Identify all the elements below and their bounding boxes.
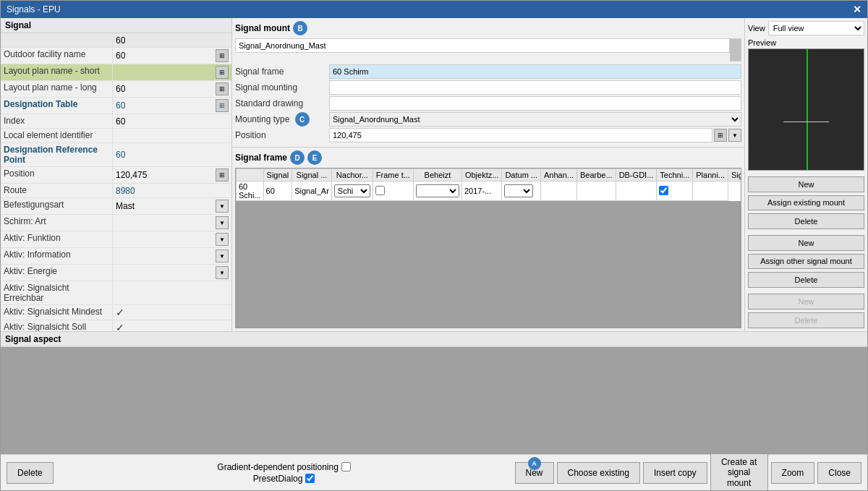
col-header-beheizt: Beheizt	[413, 169, 461, 182]
signal-table[interactable]: 60 Outdoor facility name 60 ⊞	[1, 33, 231, 331]
table-row: 60 Schi... 60 Signal_Ar Schi	[237, 182, 742, 201]
delete-aspect-button[interactable]: Delete	[748, 312, 864, 328]
signal-mount-section: Signal mount B	[232, 18, 744, 148]
position-dropdown-icon[interactable]: ▼	[728, 129, 741, 142]
assign-existing-mount-button[interactable]: Assign existing mount	[748, 195, 864, 210]
list-item: Schirm: Art ▼	[1, 215, 231, 231]
preview-horizontal-line	[783, 121, 830, 122]
col-header-bearbe: Bearbe...	[577, 169, 616, 182]
standard-drawing-input[interactable]	[329, 96, 741, 111]
planni-checkbox[interactable]	[659, 186, 668, 195]
zoom-button[interactable]: Zoom	[771, 462, 815, 484]
close-icon[interactable]: ✕	[853, 4, 861, 15]
list-item: Aktiv: Funktion ▼	[1, 231, 231, 248]
delete-signal-button[interactable]: Delete	[748, 272, 864, 288]
objekt-select[interactable]	[416, 184, 459, 197]
preview-vertical-line	[807, 49, 808, 170]
aspect-buttons-group: New Delete	[748, 294, 864, 328]
position-input[interactable]	[329, 128, 712, 142]
signal-row-header: 60	[1, 33, 231, 48]
insert-copy-button[interactable]: Insert copy	[643, 462, 707, 484]
dropdown-icon[interactable]: ▼	[216, 216, 229, 229]
dropdown-icon[interactable]: ▼	[216, 266, 229, 279]
right-panel: View Full view Top view Side view Previe…	[744, 18, 867, 331]
gradient-checkbox[interactable]	[341, 462, 351, 471]
signal-frame-section: Signal frame D E Signal Signal ... N	[232, 148, 744, 331]
assign-other-button[interactable]: Assign other signal mount	[748, 254, 864, 269]
bottom-left: Delete	[7, 462, 54, 484]
delete-mount-button[interactable]: Delete	[748, 213, 864, 229]
standard-drawing-row: Standard drawing	[235, 96, 741, 111]
frame-select-schi[interactable]: Schi	[334, 184, 370, 197]
mount-top-field[interactable]	[235, 38, 730, 53]
bottom-right: New A Choose existing Insert copy Create…	[515, 453, 861, 490]
choose-existing-button[interactable]: Choose existing	[557, 462, 640, 484]
position-row: Position ⊞ ▼	[235, 128, 741, 142]
col-header-nachor: Nachor...	[331, 169, 373, 182]
frame-table-container[interactable]: Signal Signal ... Nachor... Frame t... B…	[235, 168, 741, 328]
create-at-mount-button[interactable]: Create at signal mount	[710, 453, 768, 490]
list-item: Index 60	[1, 114, 231, 129]
col-header-anhan: Anhan...	[541, 169, 577, 182]
mounting-type-row: Mounting type C Signal_Anordnung_Mast	[235, 112, 741, 127]
preset-checkbox[interactable]	[305, 474, 315, 483]
calc-button[interactable]: ⊞	[216, 66, 229, 79]
badge-b: B	[293, 21, 307, 35]
calc-button[interactable]: ⊞	[216, 99, 229, 112]
calc-button[interactable]: ⊞	[216, 49, 229, 62]
delete-button[interactable]: Delete	[7, 462, 54, 484]
signal-section-header: Signal	[1, 18, 231, 33]
signal-aspect-header: Signal aspect	[1, 332, 867, 347]
anhan-select[interactable]	[504, 184, 533, 197]
left-panel: Signal 60 Outdoor facility name	[1, 18, 232, 331]
list-item: Aktiv: Energie ▼	[1, 265, 231, 281]
bottom-bar: Delete Gradient-dependent positioning Pr…	[1, 454, 867, 490]
close-button[interactable]: Close	[817, 462, 861, 484]
col-header-signal: Signal	[263, 169, 292, 182]
signal-mount-buttons-group: New Assign other signal mount Delete	[748, 235, 864, 288]
list-item: Position 120,475 ⊞	[1, 167, 231, 184]
list-item: Route 8980	[1, 184, 231, 198]
position-calc-button[interactable]: ⊞	[714, 129, 727, 142]
calc-button[interactable]: ⊞	[216, 82, 229, 95]
beheizt-checkbox[interactable]	[375, 186, 385, 195]
preset-row: PresetDialog	[253, 474, 315, 484]
list-item: Local element identifier	[1, 129, 231, 143]
mounting-type-select[interactable]: Signal_Anordnung_Mast	[329, 112, 741, 127]
window-title: Signals - EPU	[7, 4, 61, 14]
signal-mounting-input[interactable]	[329, 80, 741, 95]
list-item: Aktiv: Information ▼	[1, 248, 231, 265]
signal-frame-row: Signal frame	[235, 64, 741, 79]
new-mount-button[interactable]: New	[748, 176, 864, 192]
new-bottom-button[interactable]: New A	[515, 462, 554, 484]
badge-e: E	[307, 150, 322, 165]
badge-c: C	[295, 112, 310, 127]
dropdown-icon[interactable]: ▼	[216, 233, 229, 246]
signal-frame-input[interactable]	[329, 64, 741, 79]
gradient-row: Gradient-dependent positioning	[217, 462, 350, 472]
dropdown-icon[interactable]: ▼	[216, 200, 229, 213]
col-header-signal3: Signal ...	[728, 169, 741, 182]
dropdown-icon[interactable]: ▼	[216, 249, 229, 262]
calc-button[interactable]: ⊞	[216, 168, 229, 182]
middle-panel: Signal mount B	[232, 18, 744, 331]
view-select[interactable]: Full view Top view Side view	[768, 21, 864, 35]
new-signal-button[interactable]: New	[748, 235, 864, 251]
signal-aspect-content	[1, 347, 867, 454]
mount-scrollbar	[730, 38, 741, 61]
badge-d: D	[290, 150, 305, 165]
col-header-signal2: Signal ...	[292, 169, 332, 182]
list-item: Befestigungsart Mast ▼	[1, 198, 231, 215]
new-aspect-button[interactable]: New	[748, 294, 864, 309]
list-item: Layout plan name - long 60 ⊞	[1, 81, 231, 98]
top-section: Signal 60 Outdoor facility name	[1, 18, 867, 331]
signal-aspect-section: Signal aspect	[1, 331, 867, 454]
mount-buttons-group: New Assign existing mount Delete	[748, 176, 864, 229]
main-content: Signal 60 Outdoor facility name	[1, 18, 867, 490]
list-item: Aktiv: Signalsicht Soll ✓	[1, 320, 231, 331]
col-header-dbgdi: DB-GDI...	[616, 169, 657, 182]
view-row: View Full view Top view Side view	[748, 21, 864, 35]
badge-a: A	[528, 457, 541, 470]
col-header-datum: Datum ...	[502, 169, 541, 182]
frame-table: Signal Signal ... Nachor... Frame t... B…	[236, 168, 741, 201]
